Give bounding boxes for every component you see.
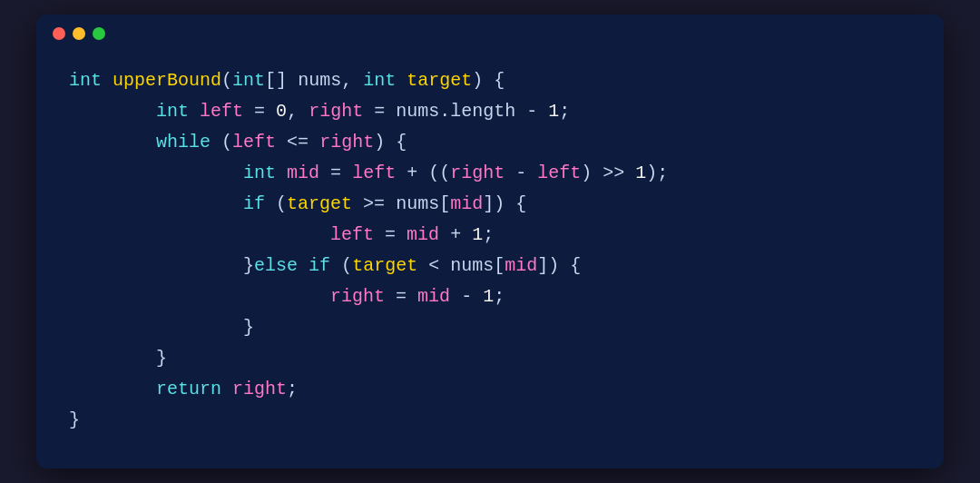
code-line-10: } xyxy=(69,343,911,374)
code-line-1: int upperBound(int[] nums, int target) { xyxy=(69,65,911,96)
code-line-6: left = mid + 1; xyxy=(69,220,911,251)
minimize-button[interactable] xyxy=(73,27,85,40)
code-line-11: return right; xyxy=(69,374,911,405)
maximize-button[interactable] xyxy=(93,27,105,40)
code-line-7: }else if (target < nums[mid]) { xyxy=(69,251,911,281)
code-line-8: right = mid - 1; xyxy=(69,281,911,312)
close-button[interactable] xyxy=(53,27,65,40)
titlebar xyxy=(36,15,944,47)
code-line-2: int left = 0, right = nums.length - 1; xyxy=(69,96,911,127)
code-block: int upperBound(int[] nums, int target) {… xyxy=(36,47,944,468)
code-line-4: int mid = left + ((right - left) >> 1); xyxy=(69,158,911,189)
code-line-9: } xyxy=(69,312,911,343)
code-line-3: while (left <= right) { xyxy=(69,127,911,158)
code-line-5: if (target >= nums[mid]) { xyxy=(69,189,911,220)
code-line-12: } xyxy=(69,405,911,436)
code-window: int upperBound(int[] nums, int target) {… xyxy=(36,15,944,468)
